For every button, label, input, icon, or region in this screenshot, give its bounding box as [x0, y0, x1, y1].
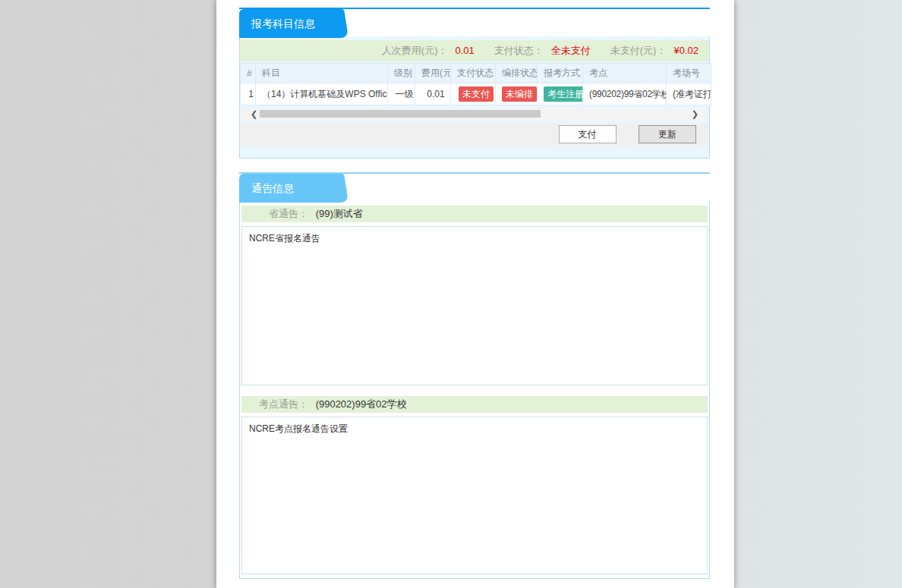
notices-panel-body: 省通告： (99)测试省 NCRE省报名通告 考点通告： (990202)99省…: [239, 201, 710, 579]
register-mode-badge: 考生注册: [544, 86, 583, 102]
arrange-status-badge: 未编排: [502, 86, 537, 102]
subjects-panel-body: 人次费用(元)：0.01 支付状态：全未支付 未支付(元)：¥0.02 # 科目…: [239, 36, 710, 159]
subjects-panel: 报考科目信息 人次费用(元)：0.01 支付状态：全未支付 未支付(元)：¥0.…: [239, 8, 710, 159]
unpaid-value: ¥0.02: [673, 45, 699, 56]
fee-value: 0.01: [455, 45, 474, 56]
site-notice-value: (990202)99省02学校: [316, 398, 407, 410]
column-header-pay-status: 支付状态: [451, 64, 496, 83]
payment-summary-bar: 人次费用(元)：0.01 支付状态：全未支付 未支付(元)：¥0.02: [240, 40, 709, 61]
column-header-register-mode: 报考方式: [538, 64, 583, 83]
horizontal-scrollbar[interactable]: ❮ ❯: [241, 108, 708, 120]
province-notice-bar: 省通告： (99)测试省: [241, 206, 708, 222]
province-notice-label: 省通告：: [241, 206, 308, 222]
cell-fee: 0.01: [415, 83, 451, 105]
pay-status-badge: 未支付: [459, 86, 494, 102]
cell-pay-status: 未支付: [451, 83, 496, 105]
pay-status-summary: 支付状态：全未支付: [494, 44, 591, 58]
refresh-button[interactable]: 更新: [639, 125, 696, 143]
scroll-right-icon[interactable]: ❯: [692, 108, 699, 120]
cell-register-mode: 考生注册: [538, 83, 583, 105]
subjects-panel-ribbon: 报考科目信息: [239, 9, 353, 38]
notices-panel: 通告信息 省通告： (99)测试省 NCRE省报名通告 考点通告： (99020…: [239, 172, 710, 579]
cell-arrange-status: 未编排: [496, 83, 538, 105]
subjects-table: # 科目 级别 费用(元) 支付状态 编排状态 报考方式 考点 考场号 1 （1: [240, 63, 711, 105]
cell-level: 一级: [388, 83, 415, 105]
scrollbar-thumb[interactable]: [260, 110, 541, 118]
site-notice-label: 考点通告：: [241, 396, 308, 413]
notices-panel-ribbon: 通告信息: [239, 174, 353, 203]
province-notice-content: NCRE省报名通告: [241, 226, 708, 385]
column-header-site: 考点: [583, 64, 667, 83]
pay-status-label: 支付状态：: [494, 45, 544, 56]
pay-button[interactable]: 支付: [559, 125, 617, 143]
column-header-arrange-status: 编排状态: [496, 64, 538, 83]
ribbon-shape-slant: [314, 9, 348, 38]
ribbon-shape-slant: [314, 174, 348, 203]
subject-row[interactable]: 1 （14）计算机基础及WPS Office应用 一级 0.01 未支付 未编排…: [241, 83, 711, 105]
column-header-level: 级别: [388, 64, 415, 83]
content-page: 报考科目信息 人次费用(元)：0.01 支付状态：全未支付 未支付(元)：¥0.…: [216, 0, 734, 588]
column-header-room: 考场号: [667, 64, 711, 83]
column-header-index: #: [241, 64, 256, 83]
column-header-fee: 费用(元): [415, 64, 451, 83]
unpaid-summary: 未支付(元)：¥0.02: [610, 44, 699, 58]
cell-subject: （14）计算机基础及WPS Office应用: [256, 83, 388, 105]
site-notice-content: NCRE考点报名通告设置: [241, 417, 708, 574]
province-notice-value: (99)测试省: [316, 208, 363, 219]
notices-panel-header: 通告信息: [239, 172, 710, 201]
spacer: [241, 385, 708, 396]
subjects-panel-header: 报考科目信息: [239, 8, 710, 36]
subjects-panel-title: 报考科目信息: [251, 9, 315, 38]
cell-index: 1: [241, 83, 256, 105]
cell-room: (准考证打印: [667, 83, 711, 105]
column-header-subject: 科目: [256, 64, 388, 83]
unpaid-label: 未支付(元)：: [610, 45, 667, 56]
table-header-row: # 科目 级别 费用(元) 支付状态 编排状态 报考方式 考点 考场号: [241, 64, 711, 83]
notices-panel-title: 通告信息: [251, 174, 294, 203]
subjects-button-bar: 支付 更新: [240, 123, 709, 146]
fee-summary: 人次费用(元)：0.01: [382, 44, 475, 58]
scroll-left-icon[interactable]: ❮: [251, 108, 257, 120]
cell-site: (990202)99省02学校: [583, 83, 667, 105]
fee-label: 人次费用(元)：: [382, 45, 448, 56]
pay-status-value: 全未支付: [551, 45, 591, 56]
site-notice-bar: 考点通告： (990202)99省02学校: [241, 396, 708, 413]
